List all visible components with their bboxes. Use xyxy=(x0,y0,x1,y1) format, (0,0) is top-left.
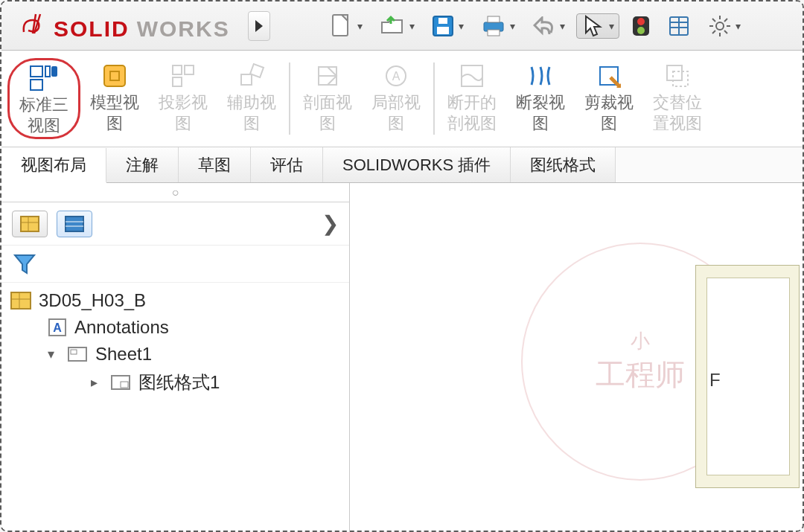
svg-line-20 xyxy=(724,19,727,22)
cmd-section-view: 剖面视 图 xyxy=(293,58,362,135)
svg-rect-38 xyxy=(667,65,682,80)
cmd-detail-view: A 局部视 图 xyxy=(362,58,430,135)
section-view-icon xyxy=(313,61,342,91)
sheet-icon xyxy=(67,346,88,362)
svg-text:A: A xyxy=(53,321,62,334)
app-brand: SOLIDWORKS xyxy=(19,10,230,42)
svg-text:A: A xyxy=(392,70,401,83)
crop-view-icon xyxy=(594,61,624,91)
sheet-zone-label: F xyxy=(709,370,721,391)
annotations-icon: A xyxy=(48,318,67,337)
tab-sheet-format[interactable]: 图纸格式 xyxy=(511,147,616,182)
tab-annotation[interactable]: 注解 xyxy=(106,147,179,182)
sheet-label: Sheet1 xyxy=(95,344,152,365)
cmd-model-view[interactable]: 模型视 图 xyxy=(80,58,149,135)
cmd-label: 断开的 剖视图 xyxy=(447,92,497,133)
tree-sheet1[interactable]: ▾ Sheet1 xyxy=(9,341,343,368)
svg-rect-5 xyxy=(438,18,447,24)
drawing-icon xyxy=(10,292,31,310)
model-view-icon xyxy=(100,61,130,91)
tree-root[interactable]: 3D05_H03_B xyxy=(9,287,343,314)
title-bar: SOLIDWORKS ▾ ▾ ▾ ▾ ▾ ▾ ▾ xyxy=(1,1,803,51)
rebuild-status-icon[interactable] xyxy=(624,10,658,42)
caret-down-icon: ▾ xyxy=(609,20,614,32)
caret-down-icon: ▾ xyxy=(357,20,363,32)
panel-tab-strip[interactable]: ○ xyxy=(1,183,349,202)
svg-rect-24 xyxy=(45,66,50,77)
property-manager-button[interactable] xyxy=(57,211,92,237)
break-view-icon xyxy=(526,61,555,91)
feature-manager-icon xyxy=(19,215,40,233)
standard-3view-icon xyxy=(29,63,59,93)
new-doc-button[interactable]: ▾ xyxy=(323,10,369,42)
caret-down-icon: ▾ xyxy=(560,20,565,32)
print-button[interactable]: ▾ xyxy=(475,10,521,42)
tab-evaluate[interactable]: 评估 xyxy=(251,147,323,182)
svg-rect-23 xyxy=(31,80,42,90)
cmd-crop-view[interactable]: 剪裁视 图 xyxy=(575,58,643,135)
annotations-label: Annotations xyxy=(74,317,169,338)
auxiliary-view-icon xyxy=(237,61,267,91)
command-manager-tabs: 视图布局 注解 草图 评估 SOLIDWORKS 插件 图纸格式 xyxy=(1,147,803,183)
brand-solid: SOLID xyxy=(54,16,130,42)
ribbon-separator xyxy=(433,63,435,135)
cmd-label: 断裂视 图 xyxy=(516,92,565,133)
cmd-label: 辅助视 图 xyxy=(227,92,276,133)
undo-button[interactable]: ▾ xyxy=(526,10,572,42)
svg-rect-27 xyxy=(173,65,182,74)
brand-works: WORKS xyxy=(137,16,230,42)
cmd-label: 模型视 图 xyxy=(90,92,139,133)
tree-annotations[interactable]: A Annotations xyxy=(9,314,343,341)
expand-chevron-icon[interactable]: ❯ xyxy=(322,211,339,236)
svg-line-19 xyxy=(724,31,727,33)
cmd-projected-view: 投影视 图 xyxy=(149,58,217,135)
svg-rect-4 xyxy=(437,27,449,34)
svg-rect-43 xyxy=(66,217,83,231)
feature-manager-button[interactable] xyxy=(12,211,48,237)
tab-addins[interactable]: SOLIDWORKS 插件 xyxy=(323,147,511,182)
expand-triangle-icon[interactable]: ▸ xyxy=(91,374,103,391)
sheet-preview: F xyxy=(695,265,800,488)
funnel-icon xyxy=(12,252,37,276)
filter-row[interactable] xyxy=(1,246,349,283)
quick-access-toolbar: ▾ ▾ ▾ ▾ ▾ ▾ ▾ xyxy=(276,10,795,42)
collapse-triangle-icon[interactable]: ▾ xyxy=(48,346,60,362)
cmd-label: 剖面视 图 xyxy=(303,92,352,133)
open-button[interactable]: ▾ xyxy=(374,10,420,42)
svg-rect-8 xyxy=(488,30,500,36)
broken-out-section-icon xyxy=(457,61,487,91)
drawing-canvas[interactable]: 小 工程师 F xyxy=(350,183,803,531)
svg-rect-46 xyxy=(11,292,31,309)
ribbon-separator xyxy=(289,63,290,135)
cmd-auxiliary-view: 辅助视 图 xyxy=(217,58,286,135)
settings-button[interactable]: ▾ xyxy=(701,10,747,42)
svg-marker-0 xyxy=(255,20,263,32)
alternate-position-icon xyxy=(663,61,692,91)
select-button[interactable]: ▾ xyxy=(576,13,619,39)
tree-sheet-format[interactable]: ▸ 图纸格式1 xyxy=(9,368,343,397)
tab-sketch[interactable]: 草图 xyxy=(179,147,251,182)
sheet-format-icon xyxy=(110,374,131,391)
save-button[interactable]: ▾ xyxy=(424,10,470,42)
feature-manager-panel: ○ ❯ 3D05_H03_B A Annotations ▾ xyxy=(1,183,350,531)
cmd-broken-out-section: 断开的 剖视图 xyxy=(438,58,506,135)
cmd-break-view[interactable]: 断裂视 图 xyxy=(506,58,575,135)
svg-line-18 xyxy=(712,19,715,22)
cmd-label: 剪裁视 图 xyxy=(584,92,634,133)
ribbon: 标准三 视图 模型视 图 投影视 图 辅助视 图 剖面视 图 A 局部视 图 断… xyxy=(1,51,803,147)
svg-rect-39 xyxy=(673,71,688,86)
svg-point-13 xyxy=(716,22,724,30)
caret-down-icon: ▾ xyxy=(459,20,464,32)
workspace: ○ ❯ 3D05_H03_B A Annotations ▾ xyxy=(1,183,803,531)
cmd-standard-3view[interactable]: 标准三 视图 xyxy=(7,58,80,139)
tab-view-layout[interactable]: 视图布局 xyxy=(1,148,106,183)
svg-rect-7 xyxy=(488,16,500,22)
svg-rect-29 xyxy=(173,77,182,86)
cmd-label: 交替位 置视图 xyxy=(653,92,702,133)
brand-menu-button[interactable] xyxy=(248,11,270,41)
tree-root-label: 3D05_H03_B xyxy=(39,290,146,311)
svg-rect-25 xyxy=(51,66,57,77)
caret-down-icon: ▾ xyxy=(736,20,741,32)
options-panel-button[interactable] xyxy=(663,10,697,42)
svg-rect-28 xyxy=(185,65,194,74)
